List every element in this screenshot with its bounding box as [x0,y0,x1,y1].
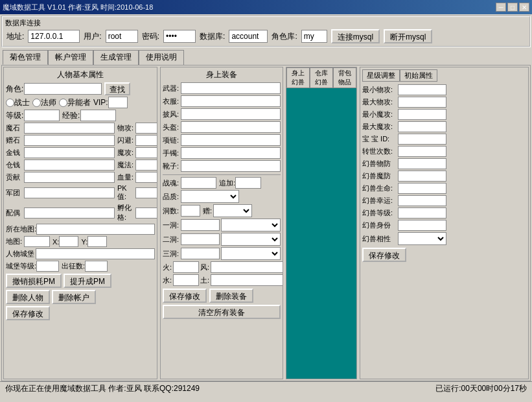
minimize-button[interactable]: ─ [496,3,506,12]
spouse-input[interactable] [24,207,115,219]
min-physatk-input[interactable] [398,84,446,95]
contrib-input[interactable] [24,172,115,183]
holes-input[interactable] [181,205,200,217]
warehouse-label: 仓钱 [6,160,24,170]
search-button[interactable]: 查找 [104,82,130,95]
helmet-input[interactable] [181,121,281,133]
add-label: 追加: [219,178,235,188]
magicatk-input[interactable] [135,147,157,158]
flash-row: 闪避: [117,135,157,146]
petid-input[interactable] [398,134,446,145]
upgrade-pm-button[interactable]: 提升成PM [64,274,111,288]
hp-input[interactable] [135,172,157,183]
save-equip-button[interactable]: 保存修改 [163,289,207,303]
earth-input[interactable] [211,274,283,286]
add-input[interactable] [235,177,261,189]
y-input[interactable] [87,236,107,247]
x-input[interactable] [59,236,78,247]
petlevel-input[interactable] [398,207,446,219]
army-input[interactable] [24,187,115,198]
delete-char-button[interactable]: 删除人物 [6,290,50,304]
exp-input[interactable] [80,110,116,121]
citylevel-input[interactable] [36,261,59,272]
monster-area [286,88,356,379]
tab-help[interactable]: 使用说明 [139,50,184,65]
city-input[interactable] [36,248,155,259]
warehouse-input[interactable] [24,160,115,171]
tab-account[interactable]: 帐户管理 [48,50,93,65]
physatk-input[interactable] [135,123,157,134]
cancel-damage-button[interactable]: 撤销损耗PM [6,274,62,288]
mage-radio[interactable] [32,99,41,107]
petaffinity-select[interactable] [398,232,446,245]
level-input[interactable] [24,110,60,121]
user-input[interactable] [106,30,138,43]
maximize-button[interactable]: □ [507,3,518,12]
role-input[interactable] [301,30,327,43]
db-label: 数据库: [200,31,225,42]
pethp-input[interactable] [398,183,446,194]
fire-input[interactable] [173,261,199,273]
bracelet-input[interactable] [181,147,281,159]
gift-select[interactable] [213,204,252,217]
pass-input[interactable] [163,30,196,43]
tab-warehouse-monster[interactable]: 仓库幻兽 [310,67,333,88]
tab-onbody-monster[interactable]: 身上幻兽 [286,67,310,88]
tab-initial-attr[interactable]: 初始属性 [400,69,437,82]
quality-select[interactable] [181,190,239,203]
hole1-select[interactable] [221,219,281,231]
tab-star-adjust[interactable]: 星级调整 [362,69,400,82]
boots-input[interactable] [181,160,281,172]
psychic-radio[interactable] [59,99,67,107]
petstatus-input[interactable] [398,220,446,231]
wind-input[interactable] [211,261,283,273]
gold-input[interactable] [24,147,115,158]
connect-button[interactable]: 连接mysql [331,29,380,43]
petluck-input[interactable] [398,195,446,206]
mapname-input[interactable] [36,224,155,235]
db-input[interactable] [229,30,268,43]
pk-input[interactable] [135,187,157,198]
petmagicdef-input[interactable] [398,171,446,182]
hatch-input[interactable] [135,207,157,219]
petaffinity-label: 幻兽相性 [362,234,398,244]
clear-equip-button[interactable]: 清空所有装备 [163,305,281,319]
save-left-button[interactable]: 保存修改 [6,306,50,320]
delete-equip-button[interactable]: 删除装备 [209,289,253,303]
max-physatk-input[interactable] [398,97,446,108]
max-magicatk-input[interactable] [398,121,446,132]
tab-backpack-items[interactable]: 背包物品 [333,67,356,88]
hole2-input[interactable] [181,233,220,245]
magicstone-input[interactable] [24,123,115,134]
battlesoul-input[interactable] [181,177,216,189]
save-star-button[interactable]: 保存修改 [362,248,406,262]
gem-input[interactable] [24,135,115,146]
map-input[interactable] [24,236,50,247]
expedition-input[interactable] [85,261,108,272]
rebirth-input[interactable] [398,146,446,157]
close-button[interactable]: ✕ [519,3,529,12]
water-input[interactable] [173,274,199,286]
flash-input[interactable] [135,135,157,146]
necklace-input[interactable] [181,134,281,146]
tab-juse[interactable]: 菊色管理 [3,50,48,65]
hole1-input[interactable] [181,219,220,231]
addr-input[interactable] [28,30,80,43]
clothes-input[interactable] [181,95,281,107]
min-magicatk-input[interactable] [398,109,446,120]
weapon-input[interactable] [181,82,281,94]
petphysdef-input[interactable] [398,158,446,169]
hole2-select[interactable] [221,233,281,246]
warrior-radio[interactable] [6,99,14,107]
disconnect-button[interactable]: 断开mysql [384,29,432,43]
cape-input[interactable] [181,108,281,120]
role-input[interactable] [24,83,102,95]
hp-label: 血量: [117,172,135,182]
hole3-select[interactable] [221,247,281,260]
spouse-row: 配偶 [6,203,115,222]
hole3-input[interactable] [181,248,220,259]
vip-input[interactable] [108,97,128,108]
tab-generate[interactable]: 生成管理 [93,50,139,65]
magic-input[interactable] [135,160,157,171]
delete-account-button[interactable]: 删除帐户 [52,290,96,304]
